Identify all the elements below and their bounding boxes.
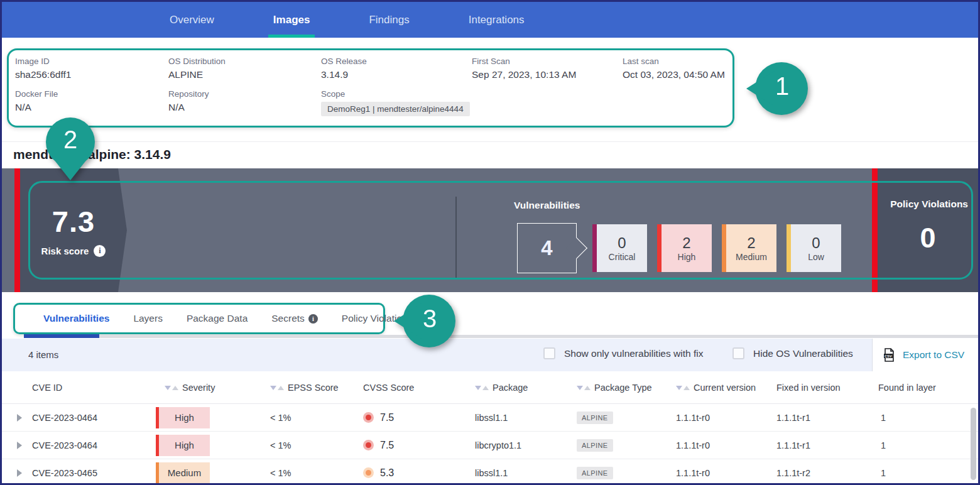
row-expander-icon[interactable]: [17, 442, 22, 449]
annotation-callout-2: 2: [43, 117, 97, 182]
meta-value: sha256:6dff1: [15, 69, 168, 80]
meta-field-os-distribution: OS Distribution ALPINE: [168, 57, 321, 80]
severity-badge: Medium: [156, 462, 210, 484]
meta-label: Scope: [321, 89, 623, 99]
meta-field-repository: Repository N/A: [168, 89, 321, 116]
vulnerabilities-total-box: 4: [517, 223, 577, 273]
tab-layers[interactable]: Layers: [133, 313, 163, 324]
policy-violations-heading: Policy Violations: [890, 199, 968, 210]
column-package-type[interactable]: Package Type: [568, 383, 667, 393]
column-label: EPSS Score: [288, 383, 339, 393]
cve-id: CVE-2023-0464: [30, 440, 156, 450]
meta-label: Last scan: [623, 57, 732, 66]
filter-fix: Show only vulnerabilities with fix: [543, 347, 703, 359]
low-count-box: 0 Low: [787, 224, 841, 272]
epss-score: < 1%: [261, 468, 354, 478]
meta-field-image-id: Image ID sha256:6dff1: [15, 57, 168, 80]
meta-field-last-scan: Last scan Oct 03, 2023, 04:50 AM: [623, 57, 732, 80]
row-expander-icon[interactable]: [17, 469, 22, 477]
export-to-csv-button[interactable]: CSV Export to CSV: [873, 339, 978, 371]
fix-filter-checkbox[interactable]: [543, 347, 555, 359]
low-label: Low: [808, 252, 824, 262]
cvss-severity-dot-icon: [363, 412, 374, 423]
cvss-score: 5.3: [380, 467, 394, 479]
export-to-csv-label: Export to CSV: [903, 349, 964, 361]
tab-package-data[interactable]: Package Data: [187, 313, 248, 324]
cve-id: CVE-2023-0465: [30, 468, 156, 478]
red-stripe-left: [14, 168, 20, 292]
meta-value: 3.14.9: [321, 69, 472, 80]
nav-tab-integrations[interactable]: Integrations: [461, 2, 532, 38]
current-version: 1.1.1t-r0: [667, 413, 768, 423]
meta-label: First Scan: [472, 57, 623, 66]
top-nav: Overview Images Findings Integrations: [2, 2, 978, 38]
high-count-box: 2 High: [657, 224, 712, 272]
tab-secrets[interactable]: Secrets: [271, 313, 318, 324]
sort-icon[interactable]: [577, 386, 591, 390]
os-filter-label: Hide OS Vulnerabilities: [753, 348, 853, 359]
risk-score-info-icon[interactable]: [94, 245, 106, 257]
column-cve-id: CVE ID: [30, 383, 156, 393]
tab-vulnerabilities[interactable]: Vulnerabilities: [43, 313, 109, 324]
column-severity[interactable]: Severity: [156, 383, 261, 393]
column-package[interactable]: Package: [466, 383, 568, 393]
nav-tab-overview[interactable]: Overview: [162, 2, 222, 38]
column-label: Package Type: [594, 383, 652, 393]
package-name: libssl1.1: [466, 413, 568, 423]
annotation-callout-3: 3: [393, 293, 457, 349]
column-label: Package: [493, 383, 528, 393]
fixed-in-version: 1.1.1t-r2: [768, 468, 869, 478]
meta-value: Oct 03, 2023, 04:50 AM: [623, 69, 732, 80]
package-name: libssl1.1: [466, 468, 568, 478]
nav-tab-images[interactable]: Images: [266, 2, 318, 38]
meta-label: Image ID: [15, 57, 168, 66]
nav-tab-findings[interactable]: Findings: [361, 2, 416, 38]
sort-icon[interactable]: [270, 386, 284, 390]
column-epss-score[interactable]: EPSS Score: [261, 383, 354, 393]
critical-count-box: 0 Critical: [592, 224, 647, 272]
meta-value: N/A: [15, 102, 168, 113]
meta-value: N/A: [168, 102, 321, 113]
row-expander-icon[interactable]: [17, 414, 22, 422]
package-name: libcrypto1.1: [466, 440, 568, 450]
risk-score-label: Risk score: [41, 246, 89, 256]
meta-field-first-scan: First Scan Sep 27, 2023, 10:13 AM: [472, 57, 623, 80]
meta-field-os-release: OS Release 3.14.9: [321, 57, 472, 80]
low-count: 0: [812, 234, 820, 252]
column-label: CVE ID: [32, 383, 62, 393]
medium-label: Medium: [736, 252, 767, 262]
total-box-chevron-icon: [566, 237, 587, 259]
image-metadata-section: Image ID sha256:6dff1 OS Distribution AL…: [2, 38, 978, 141]
column-fixed-in-version: Fixed in version: [768, 383, 869, 393]
callout-number: 1: [775, 72, 789, 101]
vulnerability-table-header: CVE ID Severity EPSS Score CVSS Score Pa…: [2, 371, 978, 404]
vulnerabilities-heading: Vulnerabilities: [514, 200, 580, 211]
column-cvss-score: CVSS Score: [354, 383, 466, 393]
sort-icon[interactable]: [676, 386, 690, 390]
section-divider: [2, 141, 978, 142]
os-filter-checkbox[interactable]: [732, 347, 744, 359]
table-row[interactable]: CVE-2023-0465 Medium < 1% 5.3 libssl1.1 …: [2, 459, 978, 483]
vertical-scrollbar-thumb[interactable]: [971, 408, 976, 480]
column-current-version[interactable]: Current version: [667, 383, 768, 393]
fixed-in-version: 1.1.1t-r1: [768, 440, 869, 450]
high-label: High: [678, 252, 696, 262]
cvss-score: 7.5: [380, 412, 394, 423]
severity-count-boxes: 0 Critical 2 High 2 Medium 0 Low: [592, 224, 841, 272]
image-metadata-panel: Image ID sha256:6dff1 OS Distribution AL…: [7, 48, 734, 128]
table-row[interactable]: CVE-2023-0464 High < 1% 7.5 libcrypto1.1…: [2, 432, 978, 459]
meta-label: Repository: [168, 89, 321, 99]
policy-violations-count: 0: [878, 222, 978, 254]
red-stripe-right: [872, 168, 878, 292]
found-in-layer: 1: [869, 440, 978, 450]
table-row[interactable]: CVE-2023-0464 High < 1% 7.5 libssl1.1 AL…: [2, 404, 978, 432]
sort-icon[interactable]: [475, 386, 489, 390]
meta-field-scope: Scope DemoReg1 | mendtester/alpine4444: [321, 89, 623, 116]
risk-score-value: 7.3: [52, 204, 95, 239]
sort-icon[interactable]: [165, 386, 178, 390]
detail-tabs-section: Vulnerabilities Layers Package Data Secr…: [2, 292, 978, 339]
items-count: 4 items: [28, 349, 58, 360]
secrets-info-icon[interactable]: [308, 314, 318, 324]
severity-badge: High: [156, 407, 210, 428]
meta-value: Sep 27, 2023, 10:13 AM: [472, 69, 623, 80]
